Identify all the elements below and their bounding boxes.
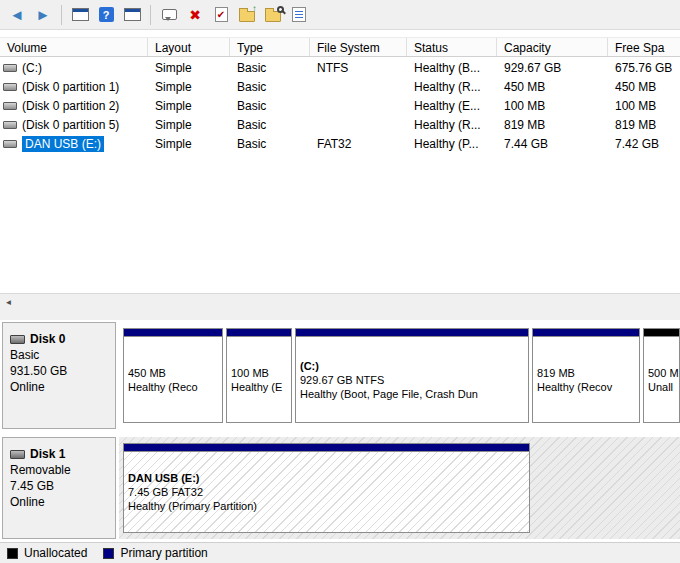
capacity-cell: 100 MB	[497, 99, 608, 113]
column-header-status[interactable]: Status	[407, 38, 497, 56]
disk-1-graph: DAN USB (E:) 7.45 GB FAT32 Healthy (Prim…	[119, 437, 680, 539]
free-space-cell: 675.76 GB	[608, 61, 680, 75]
type-cell: Basic	[230, 99, 310, 113]
disk-icon	[10, 450, 25, 459]
partition-size: 100 MB	[231, 366, 287, 380]
status-cell: Healthy (E...	[407, 99, 497, 113]
volume-cell: DAN USB (E:)	[0, 136, 148, 152]
drive-icon	[3, 121, 17, 129]
pane-splitter[interactable]	[0, 310, 680, 320]
drive-icon	[3, 102, 17, 110]
column-header-filesystem[interactable]: File System	[310, 38, 407, 56]
disk-size: 931.50 GB	[10, 363, 108, 379]
disk-status: Online	[10, 494, 108, 510]
type-cell: Basic	[230, 118, 310, 132]
delete-volume-button[interactable]: ✖	[183, 3, 207, 27]
disk-1-row: Disk 1 Removable 7.45 GB Online DAN USB …	[2, 437, 680, 539]
properties-button[interactable]	[287, 3, 311, 27]
volume-cell: (Disk 0 partition 2)	[0, 99, 148, 113]
column-header-type[interactable]: Type	[230, 38, 310, 56]
disk-name: Disk 0	[30, 331, 65, 347]
scroll-left-button[interactable]: ◄	[0, 294, 17, 310]
volume-label: (Disk 0 partition 2)	[22, 99, 119, 113]
table-row[interactable]: (C:) Simple Basic NTFS Healthy (B... 929…	[0, 58, 680, 77]
partition-recovery-450mb[interactable]: 450 MB Healthy (Reco	[123, 328, 223, 423]
toolbar-separator	[61, 5, 62, 25]
console-window-icon	[72, 8, 89, 21]
layout-cell: Simple	[148, 99, 230, 113]
volume-label: (C:)	[22, 61, 42, 75]
partition-dan-usb[interactable]: DAN USB (E:) 7.45 GB FAT32 Healthy (Prim…	[123, 443, 530, 533]
column-header-capacity[interactable]: Capacity	[497, 38, 608, 56]
column-header-free-space[interactable]: Free Spa	[608, 38, 680, 56]
filesystem-cell: FAT32	[310, 137, 407, 151]
legend-label: Unallocated	[24, 546, 87, 560]
partition-recovery-819mb[interactable]: 819 MB Healthy (Recov	[532, 328, 640, 423]
disk-0-info-panel[interactable]: Disk 0 Basic 931.50 GB Online	[2, 322, 116, 429]
type-cell: Basic	[230, 80, 310, 94]
volume-cell: (Disk 0 partition 1)	[0, 80, 148, 94]
table-row[interactable]: (Disk 0 partition 1) Simple Basic Health…	[0, 77, 680, 96]
disk-1-info-panel[interactable]: Disk 1 Removable 7.45 GB Online	[2, 437, 116, 539]
status-cell: Healthy (R...	[407, 118, 497, 132]
type-cell: Basic	[230, 61, 310, 75]
back-button[interactable]: ◄	[5, 3, 29, 27]
layout-cell: Simple	[148, 118, 230, 132]
balloon-icon	[162, 9, 177, 20]
volume-list: (C:) Simple Basic NTFS Healthy (B... 929…	[0, 58, 680, 153]
partition-size: 929.67 GB NTFS	[300, 373, 524, 387]
partition-unallocated[interactable]: 500 M Unall	[643, 328, 680, 423]
status-cell: Healthy (P...	[407, 137, 497, 151]
forward-button[interactable]: ►	[31, 3, 55, 27]
check-icon: ✔	[217, 10, 225, 20]
toolbar-separator	[150, 5, 151, 25]
show-hide-action-pane-button[interactable]	[120, 3, 144, 27]
partition-status: Unall	[648, 380, 675, 394]
column-header-layout[interactable]: Layout	[148, 38, 230, 56]
table-row[interactable]: (Disk 0 partition 2) Simple Basic Health…	[0, 96, 680, 115]
magnifier-icon	[277, 6, 284, 13]
legend-item-unallocated: Unallocated	[7, 546, 87, 560]
explore-button[interactable]	[261, 3, 285, 27]
properties-icon	[292, 7, 306, 22]
column-header-volume[interactable]: Volume	[0, 38, 148, 56]
disk-name: Disk 1	[30, 446, 65, 462]
disk-icon	[10, 335, 25, 344]
free-space-cell: 7.42 GB	[608, 137, 680, 151]
disk-0-row: Disk 0 Basic 931.50 GB Online 450 MB Hea…	[2, 322, 680, 429]
delete-icon: ✖	[189, 8, 201, 22]
partition-efi-100mb[interactable]: 100 MB Healthy (E	[226, 328, 292, 423]
partition-name: DAN USB (E:)	[128, 471, 525, 485]
layout-cell: Simple	[148, 61, 230, 75]
horizontal-scrollbar[interactable]: ◄	[0, 293, 680, 310]
capacity-cell: 450 MB	[497, 80, 608, 94]
table-row-selected[interactable]: DAN USB (E:) Simple Basic FAT32 Healthy …	[0, 134, 680, 153]
up-arrow-icon: ↑	[252, 4, 257, 14]
status-cell: Healthy (R...	[407, 80, 497, 94]
partition-status: Healthy (E	[231, 380, 287, 394]
action-pane-window-icon	[124, 8, 141, 21]
folder-up-icon: ↑	[239, 11, 255, 22]
legend-item-primary-partition: Primary partition	[103, 546, 207, 560]
unallocated-swatch	[7, 548, 18, 559]
capacity-cell: 7.44 GB	[497, 137, 608, 151]
show-console-tree-button[interactable]	[68, 3, 92, 27]
help-button[interactable]: ?	[94, 3, 118, 27]
volume-label: (Disk 0 partition 1)	[22, 80, 119, 94]
partition-color-bar	[644, 329, 679, 337]
layout-cell: Simple	[148, 80, 230, 94]
table-row[interactable]: (Disk 0 partition 5) Simple Basic Health…	[0, 115, 680, 134]
action-balloon-button[interactable]	[157, 3, 181, 27]
free-space-cell: 100 MB	[608, 99, 680, 113]
partition-c-drive[interactable]: (C:) 929.67 GB NTFS Healthy (Boot, Page …	[295, 328, 529, 423]
scrollbar-track[interactable]	[17, 294, 680, 310]
partition-size: 450 MB	[128, 366, 218, 380]
partition-color-bar	[533, 329, 639, 337]
check-document-icon: ✔	[215, 7, 228, 22]
filesystem-cell: NTFS	[310, 61, 407, 75]
partition-status: Healthy (Boot, Page File, Crash Dun	[300, 387, 524, 401]
mark-active-button[interactable]: ✔	[209, 3, 233, 27]
disk-size: 7.45 GB	[10, 478, 108, 494]
change-drive-letter-button[interactable]: ↑	[235, 3, 259, 27]
volume-cell: (C:)	[0, 61, 148, 75]
